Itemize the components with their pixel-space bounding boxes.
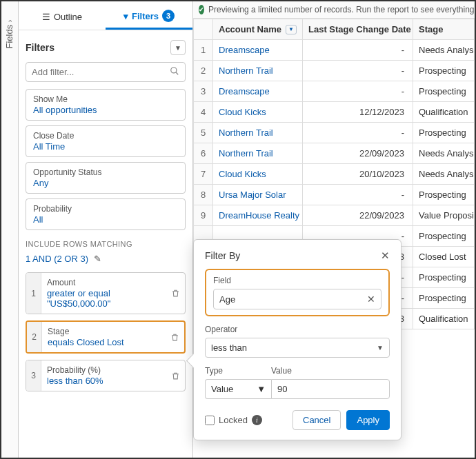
stage-cell: Prospecting [413, 123, 475, 143]
tab-outline[interactable]: ☰ Outline [19, 6, 106, 30]
filter-card-value: All Time [33, 141, 178, 152]
rownum-cell: 5 [194, 123, 213, 143]
rownum-cell: 7 [194, 164, 213, 185]
filter-logic-text: 1 AND (2 OR 3) [26, 254, 88, 264]
add-filter-field[interactable] [26, 62, 186, 82]
table-row[interactable]: 7Cloud Kicks20/10/2023Needs Analysis [194, 164, 475, 185]
add-filter-input[interactable] [32, 67, 170, 77]
rownum-header [194, 19, 213, 40]
filters-sidebar: ☰ Outline ▾ Filters 3 Filters ▼ Show Me … [19, 1, 193, 458]
edit-logic-icon[interactable]: ✎ [94, 254, 101, 264]
stage-cell: Prospecting [413, 185, 475, 205]
close-icon[interactable]: ✕ [381, 249, 390, 262]
field-value: Age [219, 294, 367, 305]
rownum-cell: 9 [194, 205, 213, 226]
delete-rule-icon[interactable] [166, 360, 185, 391]
account-link[interactable]: Cloud Kicks [219, 169, 266, 179]
filters-menu-button[interactable]: ▼ [170, 40, 186, 55]
type-select[interactable]: Value ▼ [205, 379, 271, 399]
delete-rule-icon[interactable] [166, 273, 185, 314]
filter-card-closedate[interactable]: Close Date All Time [26, 125, 186, 157]
rownum-cell: 6 [194, 143, 213, 164]
account-link[interactable]: Ursa Major Solar [219, 190, 286, 200]
stage-cell: Needs Analysis [413, 40, 475, 61]
table-row[interactable]: 5Northern Trail-Prospecting [194, 123, 475, 143]
tab-filters-label: Filters [132, 11, 159, 21]
stage-cell: Prospecting [413, 226, 475, 247]
stage-cell: Closed Lost [413, 247, 475, 267]
delete-rule-icon[interactable] [165, 322, 184, 352]
value-text: 90 [277, 384, 287, 394]
account-cell: Cloud Kicks [213, 102, 303, 123]
account-link[interactable]: DreamHouse Realty [219, 210, 299, 221]
filter-card-label: Show Me [33, 94, 178, 104]
svg-line-1 [176, 72, 179, 75]
filter-card-value: Any [33, 178, 178, 188]
col-header-stage[interactable]: Stage [413, 19, 475, 40]
account-cell: Dreamscape [213, 81, 303, 102]
value-input[interactable]: 90 [271, 379, 390, 399]
table-row[interactable]: 4Cloud Kicks12/12/2023Qualification [194, 102, 475, 123]
filter-count-badge: 3 [162, 10, 175, 22]
apply-button[interactable]: Apply [346, 410, 390, 430]
chevron-down-icon: ▼ [257, 384, 266, 394]
type-value: Value [211, 384, 257, 394]
table-row[interactable]: 8Ursa Major Solar-Prospecting [194, 185, 475, 205]
filter-card-showme[interactable]: Show Me All opportunities [26, 89, 186, 121]
field-label: Field [213, 276, 381, 285]
rule-value: greater or equal "US$50,000.00" [47, 288, 160, 309]
filter-rule-3[interactable]: 3 Probability (%) less than 60% [26, 360, 186, 391]
account-cell: DreamHouse Realty [213, 205, 303, 226]
stage-cell: Prospecting [413, 267, 475, 288]
account-link[interactable]: Dreamscape [219, 45, 270, 55]
account-link[interactable]: Dreamscape [219, 86, 270, 96]
date-cell: - [303, 40, 413, 61]
clear-field-icon[interactable]: ✕ [367, 294, 375, 305]
popover-title: Filter By [205, 250, 240, 261]
rule-label: Amount [47, 278, 160, 287]
search-icon [170, 66, 179, 78]
cancel-button[interactable]: Cancel [292, 410, 341, 430]
account-link[interactable]: Northern Trail [219, 127, 273, 138]
filters-header: Filters ▼ [26, 36, 186, 62]
rownum-cell: 2 [194, 61, 213, 81]
filter-card-oppstatus[interactable]: Opportunity Status Any [26, 162, 186, 194]
type-label: Type [205, 366, 271, 376]
account-cell: Cloud Kicks [213, 164, 303, 185]
rownum-cell: 4 [194, 102, 213, 123]
col-header-account[interactable]: Account Name▼ [213, 19, 303, 40]
rule-value: less than 60% [47, 376, 160, 386]
date-cell: - [303, 185, 413, 205]
locked-checkbox[interactable] [205, 416, 215, 425]
filter-card-probability[interactable]: Probability All [26, 198, 186, 230]
tab-filters[interactable]: ▾ Filters 3 [106, 6, 192, 30]
table-row[interactable]: 9DreamHouse Realty22/09/2023Value Propos… [194, 205, 475, 226]
filter-rule-1[interactable]: 1 Amount greater or equal "US$50,000.00" [26, 272, 186, 314]
account-link[interactable]: Northern Trail [219, 148, 273, 159]
column-menu-icon[interactable]: ▼ [286, 25, 297, 34]
filters-title: Filters [26, 42, 54, 53]
table-row[interactable]: 6Northern Trail22/09/2023Needs Analysis [194, 143, 475, 164]
table-row[interactable]: 2Northern Trail-Prospecting [194, 61, 475, 81]
account-link[interactable]: Northern Trail [219, 65, 273, 76]
table-row[interactable]: 1Dreamscape-Needs Analysis [194, 40, 475, 61]
date-cell: - [303, 81, 413, 102]
operator-combobox[interactable]: less than ▼ [205, 338, 390, 358]
rule-number: 1 [26, 273, 41, 314]
info-icon[interactable]: i [252, 415, 262, 425]
date-cell: 12/12/2023 [303, 102, 413, 123]
table-row[interactable]: 3Dreamscape-Prospecting [194, 81, 475, 102]
chevron-right-icon: › [6, 20, 14, 23]
filter-card-label: Probability [33, 204, 178, 214]
account-cell: Northern Trail [213, 61, 303, 81]
filter-card-value: All [33, 214, 178, 225]
rows-matching-label: INCLUDE ROWS MATCHING [26, 240, 186, 248]
operator-value: less than [211, 343, 373, 353]
field-combobox[interactable]: Age ✕ [213, 289, 381, 309]
filter-rule-2[interactable]: 2 Stage equals Closed Lost [26, 320, 186, 354]
date-cell: 20/10/2023 [303, 164, 413, 185]
rule-label: Probability (%) [47, 365, 160, 375]
col-header-lastchange[interactable]: Last Stage Change Date▼ [303, 19, 413, 40]
account-link[interactable]: Cloud Kicks [219, 107, 266, 117]
fields-panel-toggle[interactable]: Fields › [1, 1, 19, 458]
